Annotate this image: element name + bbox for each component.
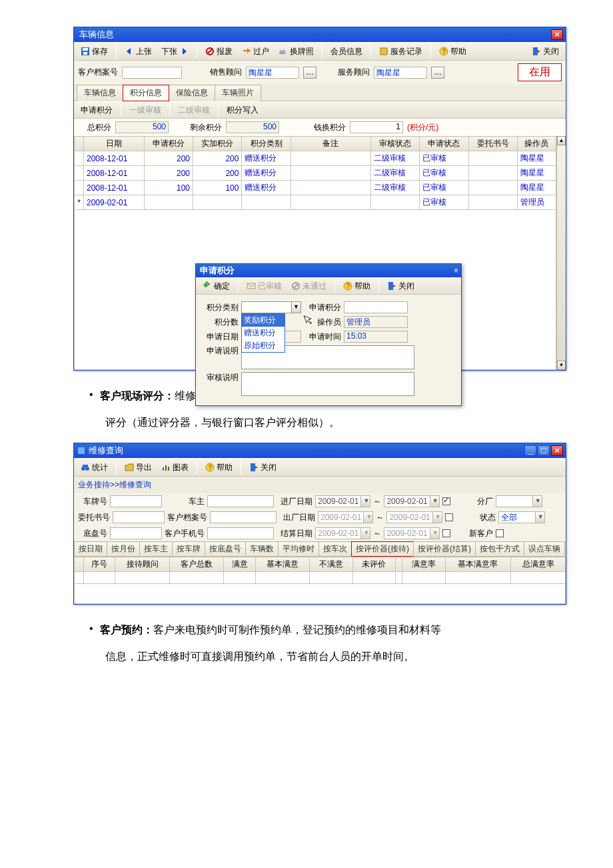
result-col[interactable]: 总满意率: [511, 557, 566, 572]
in-date-to[interactable]: 2009-02-01▼: [384, 495, 439, 507]
scroll-up-icon[interactable]: ▲: [557, 136, 566, 145]
filter-tab[interactable]: 按评价器(接待): [351, 541, 414, 557]
tab-vehicle-photo[interactable]: 车辆照片: [215, 85, 261, 101]
chevron-down-icon[interactable]: ▼: [430, 528, 439, 539]
chevron-down-icon[interactable]: ▼: [363, 512, 372, 523]
type-dropdown-list[interactable]: 奖励积分 赠送积分 原始积分: [241, 313, 285, 353]
chassis-input[interactable]: [110, 527, 162, 539]
out-date-from[interactable]: 2009-02-01▼: [318, 511, 373, 523]
save-button[interactable]: 保存: [77, 45, 112, 59]
result-col[interactable]: 不满意: [310, 557, 352, 572]
change-plate-button[interactable]: ab 换牌照: [275, 45, 318, 59]
filter-tab[interactable]: 车辆数: [245, 541, 279, 557]
type-option-1[interactable]: 赠送积分: [242, 327, 285, 339]
chart-button[interactable]: 图表: [157, 461, 193, 475]
table-row[interactable]: 2008-12-01200200赠送积分二级审核已审核陶星星: [75, 151, 556, 166]
dialog-close-button[interactable]: 关闭: [383, 279, 418, 293]
tab-points-info[interactable]: 积分信息: [123, 85, 169, 101]
in-date-checkbox[interactable]: [442, 497, 450, 505]
filter-tab[interactable]: 误点车辆: [524, 541, 565, 557]
exchange-input[interactable]: 1: [350, 121, 403, 133]
vehicle-titlebar[interactable]: 车辆信息 ×: [74, 27, 566, 42]
apply-points-dialog[interactable]: 申请积分 × 确定 已审核 未通过 ? 帮助 关闭 积分类别: [195, 263, 462, 406]
write-points-button[interactable]: 积分写入: [223, 103, 263, 117]
service-record-button[interactable]: 服务记录: [375, 45, 426, 59]
cons-input[interactable]: [113, 511, 165, 523]
col-real[interactable]: 实加积分: [193, 137, 242, 151]
col-date[interactable]: 日期: [84, 137, 145, 151]
filter-tab[interactable]: 按车主: [139, 541, 173, 557]
filter-tab[interactable]: 按车牌: [172, 541, 205, 557]
filter-tab[interactable]: 按底盘号: [205, 541, 246, 557]
result-col[interactable]: 未评价: [352, 557, 395, 572]
prev-button[interactable]: 上张: [121, 45, 156, 59]
tab-vehicle-info[interactable]: 车辆信息: [77, 85, 123, 101]
close-button[interactable]: 关闭: [528, 45, 563, 59]
chevron-down-icon[interactable]: ▼: [532, 496, 542, 507]
breadcrumb[interactable]: 业务接待>>维修查询: [74, 477, 566, 493]
audit-note-input[interactable]: [241, 372, 414, 396]
filter-tab[interactable]: 按车次: [318, 541, 352, 557]
help-button[interactable]: ? 帮助: [435, 45, 470, 59]
col-cons[interactable]: 委托书号: [468, 137, 517, 151]
table-row[interactable]: 2008-12-01100100赠送积分二级审核已审核陶星星: [75, 181, 556, 195]
scroll-down-icon[interactable]: ▼: [557, 361, 566, 370]
result-grid[interactable]: 序号接待顾问客户总数满意基本满意不满意未评价满意率基本满意率总满意率: [74, 557, 566, 584]
dialog-close-icon[interactable]: ×: [454, 266, 458, 275]
col-type[interactable]: 积分类别: [242, 137, 291, 151]
out-date-checkbox[interactable]: [445, 513, 453, 521]
status-combo[interactable]: 全部▼: [498, 511, 545, 523]
sales-lookup-button[interactable]: …: [303, 67, 316, 79]
col-status[interactable]: 申请状态: [420, 137, 468, 151]
grid-scrollbar[interactable]: ▲ ▼: [556, 136, 566, 370]
transfer-button[interactable]: 过户: [238, 45, 273, 59]
filter-tab[interactable]: 按日期: [74, 541, 107, 557]
result-col[interactable]: 接待顾问: [115, 557, 170, 572]
result-col[interactable]: 序号: [84, 557, 115, 572]
table-row[interactable]: 2008-12-01200200赠送积分二级审核已审核陶星星: [75, 166, 556, 181]
result-col[interactable]: 满意: [224, 557, 255, 572]
next-button[interactable]: 下张: [157, 45, 193, 59]
settle-date-from[interactable]: 2009-02-01▼: [315, 527, 370, 539]
cust-no-input[interactable]: [122, 67, 182, 79]
chevron-down-icon[interactable]: ▼: [430, 496, 439, 507]
custno-input[interactable]: [210, 511, 277, 523]
newcust-checkbox[interactable]: [496, 529, 504, 537]
plate-input[interactable]: [110, 495, 162, 507]
branch-combo[interactable]: ▼: [496, 495, 542, 507]
points-grid[interactable]: 日期 申请积分 实加积分 积分类别 备注 审核状态 申请状态 委托书号 操作员 …: [74, 136, 556, 210]
export-button[interactable]: 导出: [121, 461, 156, 475]
chevron-down-icon[interactable]: ▼: [360, 528, 370, 539]
col-op[interactable]: 操作员: [517, 137, 556, 151]
repair-titlebar[interactable]: 维修查询 _ □ ×: [74, 443, 566, 458]
tab-insurance-info[interactable]: 保险信息: [169, 85, 215, 101]
chevron-down-icon[interactable]: ▼: [360, 496, 370, 507]
window-close-icon[interactable]: ×: [551, 29, 563, 40]
chevron-down-icon[interactable]: ▼: [535, 512, 544, 523]
apply-points-button[interactable]: 申请积分: [77, 103, 117, 117]
out-date-to[interactable]: 2009-02-01▼: [386, 511, 442, 523]
window-maximize-icon[interactable]: □: [538, 445, 550, 456]
col-apply[interactable]: 申请积分: [144, 137, 193, 151]
dialog-ok-button[interactable]: 确定: [199, 279, 234, 293]
result-col[interactable]: 满意率: [402, 557, 445, 572]
table-row[interactable]: [75, 572, 566, 584]
filter-tab[interactable]: 按月份: [107, 541, 140, 557]
dialog-help-button[interactable]: ? 帮助: [339, 279, 374, 293]
col-remark[interactable]: 备注: [291, 137, 370, 151]
type-option-0[interactable]: 奖励积分: [242, 314, 285, 327]
result-col[interactable]: [396, 557, 402, 572]
type-combo[interactable]: ▼ 奖励积分 赠送积分 原始积分: [241, 301, 301, 313]
repair-close-button[interactable]: 关闭: [245, 461, 281, 475]
chevron-down-icon[interactable]: ▼: [432, 512, 442, 523]
chevron-down-icon[interactable]: ▼: [291, 302, 301, 313]
repair-help-button[interactable]: ? 帮助: [201, 461, 237, 475]
stat-button[interactable]: 统计: [77, 461, 112, 475]
window-close-icon[interactable]: ×: [551, 445, 563, 456]
filter-tab[interactable]: 按评价器(结算): [413, 541, 476, 557]
filter-tab[interactable]: 按包干方式: [475, 541, 524, 557]
col-audit[interactable]: 审核状态: [370, 137, 419, 151]
mobile-input[interactable]: [207, 527, 274, 539]
service-input[interactable]: 陶星星: [374, 67, 427, 79]
in-date-from[interactable]: 2009-02-01▼: [315, 495, 370, 507]
